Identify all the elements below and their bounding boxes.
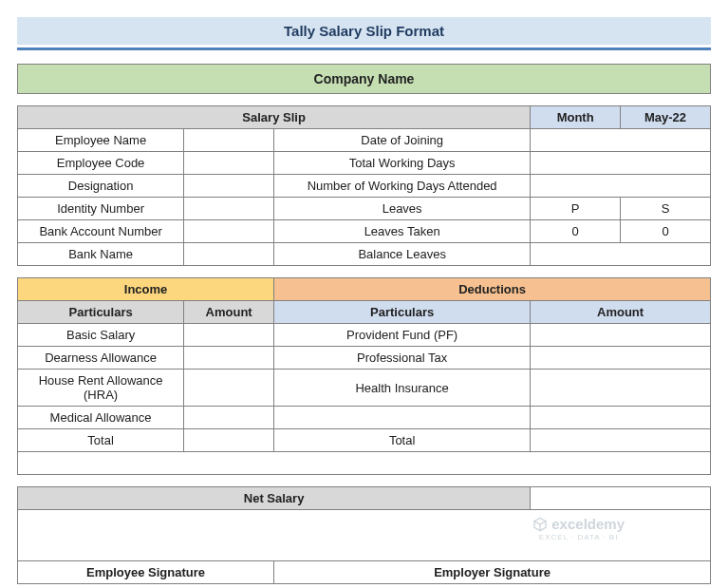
salary-slip-table: Salary Slip Month May-22 Employee Name D… (17, 105, 711, 266)
income-amount (184, 324, 274, 347)
table-row: Medical Allowance (18, 407, 711, 429)
identity-label: Identity Number (18, 198, 184, 220)
designation-label: Designation (18, 175, 184, 198)
table-row: Designation Number of Working Days Atten… (18, 175, 711, 198)
month-label: Month (531, 106, 621, 129)
income-item: House Rent Allowance (HRA) (18, 370, 184, 407)
company-table: Company Name (17, 64, 711, 94)
table-row (18, 452, 711, 475)
income-deductions-table: Income Deductions Particulars Amount Par… (17, 277, 711, 475)
income-particulars-label: Particulars (18, 301, 184, 324)
deduction-item: Health Insurance (274, 370, 531, 407)
deduction-total-label: Total (274, 429, 531, 452)
bank-name-label: Bank Name (18, 243, 184, 266)
net-salary-table: Net Salary exceldemy EXCEL · DATA · BI E… (17, 486, 711, 584)
income-total-amount (184, 429, 274, 452)
income-item: Dearness Allowance (18, 347, 184, 370)
bank-acc-value (184, 220, 274, 243)
leaves-col-s: S (621, 198, 711, 220)
table-row: Dearness Allowance Professional Tax (18, 347, 711, 370)
salary-slip-header: Salary Slip (18, 106, 531, 129)
signature-area: exceldemy EXCEL · DATA · BI (18, 510, 711, 561)
income-item: Basic Salary (18, 324, 184, 347)
leaves-taken-label: Leaves Taken (274, 220, 531, 243)
emp-name-value (184, 129, 274, 152)
twd-value (531, 152, 711, 175)
deduction-total-amount (531, 429, 711, 452)
deduction-amount (531, 407, 711, 429)
deductions-header: Deductions (274, 278, 711, 301)
watermark-sub: EXCEL · DATA · BI (532, 533, 625, 541)
table-row: Employee Code Total Working Days (18, 152, 711, 175)
table-row: Bank Name Balance Leaves (18, 243, 711, 266)
net-salary-label: Net Salary (18, 487, 531, 510)
emp-name-label: Employee Name (18, 129, 184, 152)
deduction-item: Professional Tax (274, 347, 531, 370)
watermark: exceldemy EXCEL · DATA · BI (532, 516, 625, 541)
doj-value (531, 129, 711, 152)
income-amount (184, 407, 274, 429)
identity-value (184, 198, 274, 220)
deduction-amount (531, 324, 711, 347)
income-amount (184, 370, 274, 407)
table-row: Total Total (18, 429, 711, 452)
deduction-amount (531, 347, 711, 370)
bank-acc-label: Bank Account Number (18, 220, 184, 243)
table-row: Basic Salary Provident Fund (PF) (18, 324, 711, 347)
income-item: Medical Allowance (18, 407, 184, 429)
deduction-amount (531, 370, 711, 407)
emp-code-value (184, 152, 274, 175)
leaves-taken-p: 0 (531, 220, 621, 243)
employer-signature-label: Employer Signature (274, 561, 711, 584)
deductions-amount-label: Amount (531, 301, 711, 324)
table-row: Identity Number Leaves P S (18, 198, 711, 220)
income-amount-label: Amount (184, 301, 274, 324)
table-row: Bank Account Number Leaves Taken 0 0 (18, 220, 711, 243)
attended-value (531, 175, 711, 198)
table-row: Employee Name Date of Joining (18, 129, 711, 152)
month-value: May-22 (621, 106, 711, 129)
income-total-label: Total (18, 429, 184, 452)
watermark-brand: exceldemy (551, 516, 625, 532)
leaves-taken-s: 0 (621, 220, 711, 243)
title-underline (17, 47, 711, 50)
doj-label: Date of Joining (274, 129, 531, 152)
deduction-item: Provident Fund (PF) (274, 324, 531, 347)
leaves-col-p: P (531, 198, 621, 220)
income-header: Income (18, 278, 274, 301)
net-salary-value (531, 487, 711, 510)
twd-label: Total Working Days (274, 152, 531, 175)
spacer-row (18, 452, 711, 475)
employee-signature-label: Employee Signature (18, 561, 274, 584)
table-row: House Rent Allowance (HRA) Health Insura… (18, 370, 711, 407)
cube-icon (532, 517, 548, 535)
attended-label: Number of Working Days Attended (274, 175, 531, 198)
designation-value (184, 175, 274, 198)
deduction-item (274, 407, 531, 429)
leaves-label: Leaves (274, 198, 531, 220)
bank-name-value (184, 243, 274, 266)
balance-leaves-value (531, 243, 711, 266)
income-amount (184, 347, 274, 370)
balance-leaves-label: Balance Leaves (274, 243, 531, 266)
company-name-label: Company Name (18, 65, 711, 94)
page-title: Tally Salary Slip Format (17, 17, 711, 45)
deductions-particulars-label: Particulars (274, 301, 531, 324)
emp-code-label: Employee Code (18, 152, 184, 175)
